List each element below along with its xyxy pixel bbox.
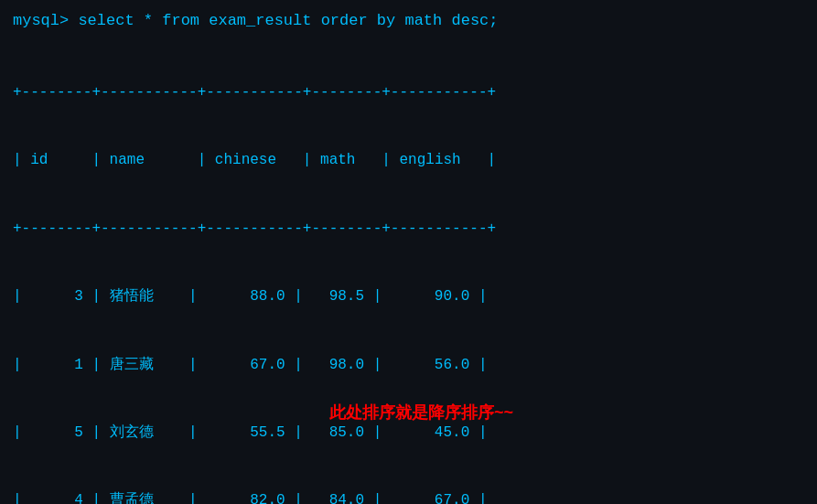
table-row: | 3 | 猪悟能 | 88.0 | 98.5 | 90.0 | [13,285,804,308]
top-separator: +--------+-----------+-----------+------… [13,81,804,104]
table-header: | id | name | chinese | math | english | [13,149,804,172]
table-row: | 4 | 曹孟德 | 82.0 | 84.0 | 67.0 | [13,489,804,504]
header-separator: +--------+-----------+-----------+------… [13,218,804,241]
command-line: mysql> select * from exam_result order b… [13,9,804,33]
annotation-text: 此处排序就是降序排序~~ [329,402,513,424]
table-row: | 1 | 唐三藏 | 67.0 | 98.0 | 56.0 | [13,354,804,377]
terminal-window: mysql> select * from exam_result order b… [0,0,817,504]
table-row: | 5 | 刘玄德 | 55.5 | 85.0 | 45.0 | [13,422,804,445]
table-output: +--------+-----------+-----------+------… [13,37,804,505]
